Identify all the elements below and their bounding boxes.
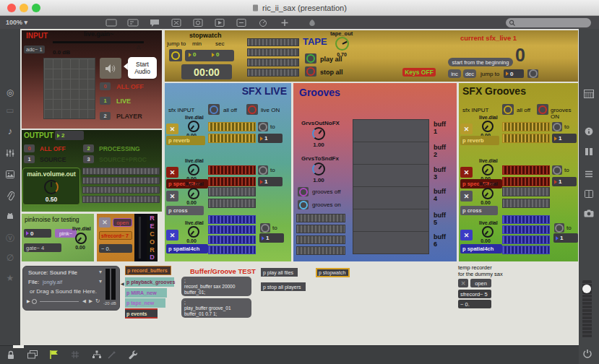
spatial4ch-to-toggle[interactable] bbox=[260, 223, 270, 233]
camera-icon[interactable] bbox=[584, 209, 594, 217]
spatial4ch-module-button[interactable]: p spatial4ch bbox=[460, 244, 502, 254]
adc-object[interactable]: adc~ 1 bbox=[24, 46, 45, 53]
play-all-toggle[interactable] bbox=[305, 53, 316, 64]
music-note-icon[interactable]: ♪ bbox=[0, 127, 20, 136]
patcher-tape-new[interactable]: p tape_new bbox=[125, 298, 165, 308]
dial-icon[interactable] bbox=[257, 19, 269, 27]
paperclip-icon[interactable] bbox=[7, 191, 14, 201]
grooves-on-toggle[interactable] bbox=[537, 104, 548, 115]
target-icon[interactable]: ◎ bbox=[0, 88, 20, 97]
prev-icon[interactable]: ◀ bbox=[82, 298, 86, 304]
patcher-mira-new[interactable]: p MIRA_new bbox=[125, 288, 167, 298]
star-icon[interactable]: ★ bbox=[0, 274, 20, 282]
stop-all-players-button[interactable]: p stop all players bbox=[261, 282, 306, 291]
spec-filter-dial[interactable] bbox=[482, 164, 494, 176]
keyboard-grid-icon[interactable] bbox=[584, 90, 594, 98]
waveform-cell[interactable] bbox=[353, 209, 428, 232]
source-chevron-icon[interactable]: ▾ bbox=[99, 269, 102, 275]
scrub-knob[interactable] bbox=[32, 299, 37, 304]
lock-icon[interactable] bbox=[7, 350, 15, 360]
record-open-button[interactable]: open bbox=[113, 218, 132, 227]
playbar-icon[interactable] bbox=[214, 19, 225, 27]
object-icon[interactable] bbox=[105, 19, 117, 27]
stop-all-toggle[interactable] bbox=[305, 66, 316, 77]
presentation-flag-icon[interactable] bbox=[48, 350, 59, 360]
windows-icon[interactable] bbox=[27, 350, 38, 359]
reverb-x-toggle[interactable]: ✕ bbox=[460, 124, 473, 134]
cross-module-button[interactable]: p cross bbox=[460, 206, 498, 215]
grooves-on-toggle[interactable] bbox=[298, 200, 309, 209]
record-buffer-message[interactable]: ; record_buffer sax 20000 buffer_01; bbox=[181, 277, 251, 296]
image-icon[interactable] bbox=[6, 170, 14, 178]
plug-icon[interactable] bbox=[6, 212, 14, 221]
stopwatch-patcher-button[interactable]: p stopwatch bbox=[316, 268, 350, 277]
loop-icon[interactable]: ↻ bbox=[95, 298, 100, 304]
wrench-icon[interactable] bbox=[128, 350, 137, 360]
stopwatch-jump-toggle[interactable] bbox=[169, 49, 182, 61]
play-buffer-message[interactable]: ; play_buffer groove_01 buffer_01 0.7 1; bbox=[181, 298, 251, 318]
temp-sig-number[interactable]: ~ 0. bbox=[458, 300, 491, 308]
inc-button[interactable]: inc bbox=[448, 69, 461, 78]
zoom-level-select[interactable]: 100% ▾ bbox=[6, 19, 27, 26]
button-icon[interactable] bbox=[192, 19, 204, 27]
spec-filter-to-toggle[interactable] bbox=[552, 165, 562, 175]
gate-object[interactable]: gate~ 4 bbox=[24, 243, 61, 252]
cross-module-button[interactable]: p cross bbox=[166, 206, 204, 215]
patcher-record-buffers[interactable]: p record_buffers bbox=[125, 266, 171, 275]
output-mode-key-2[interactable]: 2 bbox=[83, 144, 94, 152]
cross-x-toggle[interactable]: ✕ bbox=[166, 191, 178, 202]
keys-off-button[interactable]: Keys OFF bbox=[402, 68, 436, 77]
file-name[interactable]: jongly.aif bbox=[43, 280, 62, 285]
spec-filter-x-toggle[interactable]: ✕ bbox=[460, 167, 473, 178]
tape-out-dial[interactable] bbox=[335, 37, 349, 51]
start-audio-button[interactable] bbox=[100, 58, 121, 79]
live-gain-slider[interactable] bbox=[53, 41, 144, 43]
info-icon[interactable] bbox=[585, 127, 593, 136]
spec-filter-to-number[interactable]: 1 bbox=[258, 177, 283, 186]
spatial4ch-to-number[interactable]: 1 bbox=[259, 233, 284, 243]
main-volume-dial[interactable] bbox=[44, 180, 59, 194]
object-inspector-icon[interactable] bbox=[127, 19, 139, 27]
reverb-to-number[interactable]: 1 bbox=[552, 134, 577, 143]
spatial4ch-dial[interactable] bbox=[188, 226, 199, 238]
min-number[interactable]: 0 bbox=[186, 51, 198, 58]
tape-jump-number-box[interactable]: 0 bbox=[504, 69, 524, 78]
patcher-events[interactable]: p events bbox=[125, 308, 158, 318]
power-icon[interactable] bbox=[582, 349, 592, 359]
grooves-off-toggle[interactable] bbox=[298, 187, 309, 196]
spatial4ch-dial[interactable] bbox=[482, 226, 494, 238]
waveform-cell[interactable] bbox=[353, 165, 428, 187]
spatial4ch-to-number[interactable]: 1 bbox=[553, 233, 578, 243]
cross-dial[interactable] bbox=[188, 188, 199, 199]
record-x-toggle[interactable]: ✕ bbox=[99, 217, 111, 228]
grvs-out-nofx-dial[interactable] bbox=[312, 127, 325, 140]
reverb-module-button[interactable]: p reverb bbox=[460, 136, 499, 145]
dec-button[interactable]: dec bbox=[463, 69, 476, 78]
reverb-to-number[interactable]: 1 bbox=[258, 134, 283, 143]
cross-x-toggle[interactable]: ✕ bbox=[460, 191, 473, 202]
start-from-beginning-button[interactable]: start from the beginning bbox=[448, 58, 513, 66]
grid-icon[interactable] bbox=[71, 350, 79, 359]
groove-waveform-display[interactable] bbox=[353, 119, 429, 254]
v-badge-icon[interactable]: ⓥ bbox=[0, 234, 20, 243]
play-icon[interactable]: ▶ bbox=[27, 298, 30, 303]
columns-icon[interactable] bbox=[585, 147, 593, 156]
reverb-to-toggle[interactable] bbox=[552, 122, 562, 131]
spatial4ch-x-toggle[interactable]: ✕ bbox=[460, 230, 473, 240]
comment-icon[interactable] bbox=[149, 19, 160, 27]
spatial4ch-x-toggle[interactable]: ✕ bbox=[166, 230, 178, 240]
waveform-cell[interactable] bbox=[353, 142, 428, 165]
search-input[interactable] bbox=[506, 18, 591, 27]
mode-key-0[interactable]: 0 bbox=[100, 82, 111, 90]
number-box-icon[interactable] bbox=[236, 19, 247, 27]
rectangle-icon[interactable]: ▭ bbox=[0, 106, 20, 115]
next-icon[interactable]: ▶ bbox=[89, 298, 92, 304]
toggle-icon[interactable] bbox=[171, 19, 182, 27]
book-icon[interactable] bbox=[585, 190, 593, 198]
colorize-icon[interactable] bbox=[306, 19, 318, 27]
hierarchy-icon[interactable] bbox=[92, 350, 102, 359]
player-left-tri-icon[interactable]: ◀ bbox=[121, 281, 124, 286]
play-all-files-button[interactable]: p play all files bbox=[261, 268, 298, 277]
stopwatch-number-box[interactable]: 0 0 bbox=[185, 50, 234, 61]
spec-filter-to-toggle[interactable] bbox=[258, 165, 268, 175]
